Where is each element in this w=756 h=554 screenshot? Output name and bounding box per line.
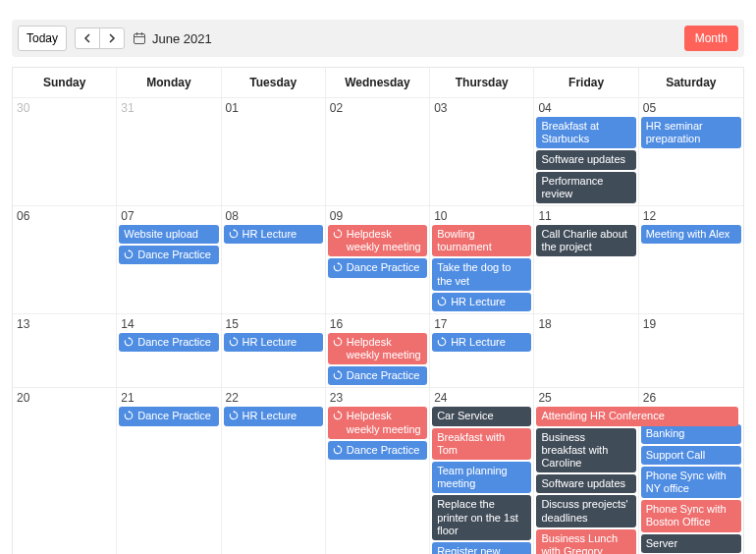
event-item[interactable]: HR Lecture (224, 407, 323, 425)
event-item[interactable]: Phone Sync with NY office (641, 467, 741, 498)
event-item[interactable]: HR seminar preparation (641, 117, 741, 148)
calendar-grid: SundayMondayTuesdayWednesdayThursdayFrid… (12, 67, 744, 554)
title-area[interactable]: June 2021 (133, 31, 212, 46)
event-item[interactable]: Support Call (641, 446, 741, 465)
recurring-icon (333, 337, 343, 347)
event-item[interactable]: Team planning meeting (432, 462, 531, 493)
event-item[interactable]: Server (641, 534, 741, 553)
next-button[interactable] (99, 28, 125, 49)
event-item[interactable]: Banking (641, 424, 741, 443)
day-cell[interactable]: 07Website uploadDance Practice (117, 206, 221, 313)
dow-label: Friday (534, 68, 638, 98)
event-text: Call Charlie about the project (541, 228, 630, 253)
events-container: Dance Practice (117, 407, 220, 427)
date-number: 01 (222, 98, 325, 117)
day-cell[interactable]: 20 (13, 388, 117, 554)
day-cell[interactable]: 02 (326, 98, 430, 205)
event-item[interactable]: Performance review (536, 172, 635, 203)
date-number: 14 (117, 314, 220, 333)
event-item[interactable]: Take the dog to the vet (432, 258, 531, 290)
day-cell[interactable]: 13 (13, 314, 117, 388)
event-text: Server (646, 537, 677, 550)
events-container: BankingSupport CallPhone Sync with NY of… (639, 407, 743, 554)
day-cell[interactable]: 30 (13, 98, 117, 205)
day-cell[interactable]: 08HR Lecture (222, 206, 326, 313)
event-item[interactable]: Discuss preojects' deadlines (536, 495, 635, 526)
day-cell[interactable]: 24Car ServiceBreakfast with TomTeam plan… (430, 388, 534, 554)
events-container: HR Lecture (222, 225, 325, 246)
day-cell[interactable]: 19 (639, 314, 743, 388)
event-text: Phone Sync with NY office (646, 470, 736, 495)
event-item[interactable]: Business breakfast with Caroline (536, 428, 635, 473)
event-item[interactable]: Helpdesk weekly meeting (328, 333, 427, 364)
event-item[interactable]: Bowling tournament (432, 225, 531, 256)
event-item[interactable]: Software updates (536, 474, 635, 493)
day-cell[interactable]: 14Dance Practice (117, 314, 221, 388)
event-item[interactable]: HR Lecture (224, 225, 323, 244)
event-item[interactable]: Register new Access Cards (432, 542, 531, 554)
event-item[interactable]: Business Lunch with Gregory (536, 529, 635, 554)
dow-label: Monday (117, 68, 221, 98)
event-item[interactable]: Dance Practice (119, 407, 218, 425)
day-cell[interactable]: 09Helpdesk weekly meetingDance Practice (326, 206, 430, 313)
recurring-icon (437, 297, 447, 306)
day-cell[interactable]: 10Bowling tournamentTake the dog to the … (430, 206, 534, 313)
day-cell[interactable]: 25Attending HR ConferenceBusiness breakf… (534, 388, 638, 554)
day-cell[interactable]: 03 (430, 98, 534, 205)
event-item[interactable]: Breakfast with Tom (432, 428, 531, 460)
day-cell[interactable]: 23Helpdesk weekly meetingDance Practice (326, 388, 430, 554)
view-month-button[interactable]: Month (684, 26, 738, 51)
events-container (13, 333, 116, 335)
day-cell[interactable]: 04Breakfast at StarbucksSoftware updates… (534, 98, 638, 205)
today-button[interactable]: Today (18, 26, 67, 51)
day-cell[interactable]: 18 (534, 314, 638, 388)
recurring-icon (229, 411, 239, 420)
event-item[interactable]: Dance Practice (328, 258, 427, 277)
day-cell[interactable]: 12Meeting with Alex (639, 206, 743, 313)
events-container: Helpdesk weekly meetingDance Practice (326, 333, 429, 388)
events-container: Attending HR ConferenceBusiness breakfas… (534, 407, 637, 554)
events-container (13, 117, 116, 119)
event-item[interactable]: Meeting with Alex (641, 225, 741, 244)
day-cell[interactable]: 31 (117, 98, 221, 205)
event-text: HR Lecture (243, 336, 297, 349)
recurring-icon (333, 370, 343, 380)
event-item[interactable]: HR Lecture (432, 293, 531, 311)
weeks-container: 303101020304Breakfast at StarbucksSoftwa… (13, 98, 743, 554)
day-cell[interactable]: 11Call Charlie about the project (534, 206, 638, 313)
event-item[interactable]: Helpdesk weekly meeting (328, 225, 427, 256)
event-item[interactable]: Attending HR Conference (536, 407, 738, 425)
event-item[interactable]: Website upload (119, 225, 218, 244)
event-item[interactable]: Dance Practice (328, 441, 427, 460)
event-item[interactable]: Call Charlie about the project (536, 225, 635, 256)
events-container: Car ServiceBreakfast with TomTeam planni… (430, 407, 533, 554)
day-cell[interactable]: 01 (222, 98, 326, 205)
date-number: 11 (534, 206, 637, 225)
date-number: 13 (13, 314, 116, 333)
day-cell[interactable]: 05HR seminar preparation (639, 98, 743, 205)
event-item[interactable]: Car Service (432, 407, 531, 425)
event-item[interactable]: Software updates (536, 150, 635, 169)
event-item[interactable]: Dance Practice (328, 366, 427, 385)
date-number: 12 (639, 206, 743, 225)
recurring-icon (333, 411, 343, 420)
day-cell[interactable]: 16Helpdesk weekly meetingDance Practice (326, 314, 430, 388)
event-item[interactable]: HR Lecture (432, 333, 531, 352)
event-item[interactable]: Dance Practice (119, 246, 218, 264)
event-item[interactable]: HR Lecture (224, 333, 323, 352)
event-item[interactable]: Helpdesk weekly meeting (328, 407, 427, 438)
events-container (430, 117, 533, 119)
event-item[interactable]: Phone Sync with Boston Office (641, 500, 741, 531)
day-cell[interactable]: 21Dance Practice (117, 388, 221, 554)
day-cell[interactable]: 22HR Lecture (222, 388, 326, 554)
dow-row: SundayMondayTuesdayWednesdayThursdayFrid… (13, 68, 743, 98)
day-cell[interactable]: 06 (13, 206, 117, 313)
event-item[interactable]: Dance Practice (119, 333, 218, 352)
date-number: 09 (326, 206, 429, 225)
day-cell[interactable]: 15HR Lecture (222, 314, 326, 388)
day-cell[interactable]: 17HR Lecture (430, 314, 534, 388)
prev-button[interactable] (75, 28, 100, 49)
event-item[interactable]: Replace the printer on the 1st floor (432, 495, 531, 540)
event-item[interactable]: Breakfast at Starbucks (536, 117, 635, 148)
event-text: Software updates (541, 477, 625, 490)
